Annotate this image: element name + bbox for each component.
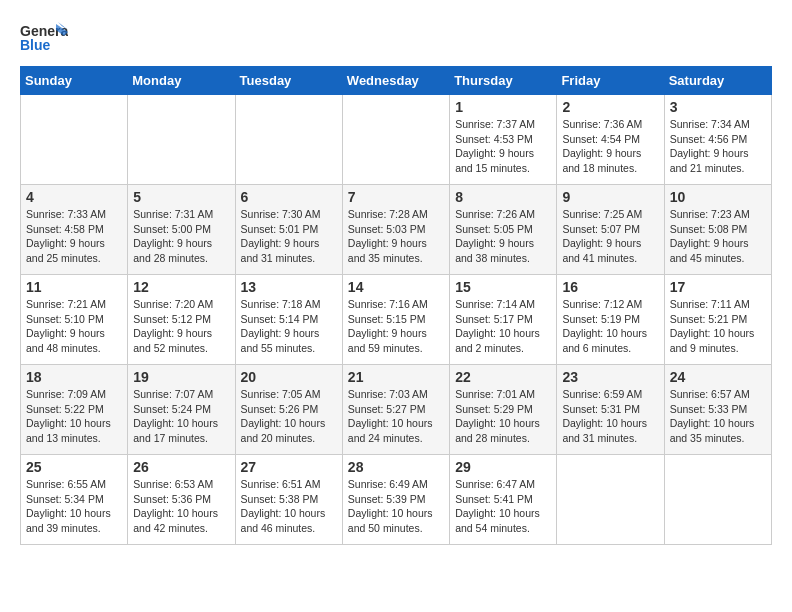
day-info: Sunrise: 6:51 AM Sunset: 5:38 PM Dayligh… <box>241 477 337 536</box>
calendar-cell: 1Sunrise: 7:37 AM Sunset: 4:53 PM Daylig… <box>450 95 557 185</box>
day-info: Sunrise: 7:16 AM Sunset: 5:15 PM Dayligh… <box>348 297 444 356</box>
calendar-cell: 22Sunrise: 7:01 AM Sunset: 5:29 PM Dayli… <box>450 365 557 455</box>
calendar-cell: 25Sunrise: 6:55 AM Sunset: 5:34 PM Dayli… <box>21 455 128 545</box>
day-info: Sunrise: 7:14 AM Sunset: 5:17 PM Dayligh… <box>455 297 551 356</box>
calendar-cell <box>342 95 449 185</box>
weekday-header-monday: Monday <box>128 67 235 95</box>
day-number: 4 <box>26 189 122 205</box>
day-info: Sunrise: 7:25 AM Sunset: 5:07 PM Dayligh… <box>562 207 658 266</box>
calendar-cell: 23Sunrise: 6:59 AM Sunset: 5:31 PM Dayli… <box>557 365 664 455</box>
day-info: Sunrise: 7:09 AM Sunset: 5:22 PM Dayligh… <box>26 387 122 446</box>
calendar-cell: 15Sunrise: 7:14 AM Sunset: 5:17 PM Dayli… <box>450 275 557 365</box>
calendar-cell: 27Sunrise: 6:51 AM Sunset: 5:38 PM Dayli… <box>235 455 342 545</box>
calendar-cell: 8Sunrise: 7:26 AM Sunset: 5:05 PM Daylig… <box>450 185 557 275</box>
calendar-cell: 2Sunrise: 7:36 AM Sunset: 4:54 PM Daylig… <box>557 95 664 185</box>
svg-text:Blue: Blue <box>20 37 51 53</box>
day-info: Sunrise: 7:18 AM Sunset: 5:14 PM Dayligh… <box>241 297 337 356</box>
day-number: 3 <box>670 99 766 115</box>
week-row-4: 18Sunrise: 7:09 AM Sunset: 5:22 PM Dayli… <box>21 365 772 455</box>
day-info: Sunrise: 7:03 AM Sunset: 5:27 PM Dayligh… <box>348 387 444 446</box>
calendar-cell: 6Sunrise: 7:30 AM Sunset: 5:01 PM Daylig… <box>235 185 342 275</box>
week-row-1: 1Sunrise: 7:37 AM Sunset: 4:53 PM Daylig… <box>21 95 772 185</box>
day-number: 25 <box>26 459 122 475</box>
logo: General Blue <box>20 20 68 56</box>
day-info: Sunrise: 7:11 AM Sunset: 5:21 PM Dayligh… <box>670 297 766 356</box>
day-info: Sunrise: 7:30 AM Sunset: 5:01 PM Dayligh… <box>241 207 337 266</box>
day-info: Sunrise: 6:47 AM Sunset: 5:41 PM Dayligh… <box>455 477 551 536</box>
header: General Blue <box>20 20 772 56</box>
day-number: 26 <box>133 459 229 475</box>
day-info: Sunrise: 7:20 AM Sunset: 5:12 PM Dayligh… <box>133 297 229 356</box>
day-number: 2 <box>562 99 658 115</box>
week-row-3: 11Sunrise: 7:21 AM Sunset: 5:10 PM Dayli… <box>21 275 772 365</box>
day-info: Sunrise: 7:26 AM Sunset: 5:05 PM Dayligh… <box>455 207 551 266</box>
day-number: 14 <box>348 279 444 295</box>
calendar-cell: 20Sunrise: 7:05 AM Sunset: 5:26 PM Dayli… <box>235 365 342 455</box>
day-number: 10 <box>670 189 766 205</box>
day-info: Sunrise: 7:31 AM Sunset: 5:00 PM Dayligh… <box>133 207 229 266</box>
day-number: 5 <box>133 189 229 205</box>
calendar-cell: 18Sunrise: 7:09 AM Sunset: 5:22 PM Dayli… <box>21 365 128 455</box>
day-number: 12 <box>133 279 229 295</box>
day-info: Sunrise: 7:23 AM Sunset: 5:08 PM Dayligh… <box>670 207 766 266</box>
calendar-cell: 11Sunrise: 7:21 AM Sunset: 5:10 PM Dayli… <box>21 275 128 365</box>
calendar-cell: 10Sunrise: 7:23 AM Sunset: 5:08 PM Dayli… <box>664 185 771 275</box>
day-info: Sunrise: 6:49 AM Sunset: 5:39 PM Dayligh… <box>348 477 444 536</box>
calendar-cell <box>664 455 771 545</box>
day-number: 8 <box>455 189 551 205</box>
weekday-header-row: SundayMondayTuesdayWednesdayThursdayFrid… <box>21 67 772 95</box>
calendar-cell <box>557 455 664 545</box>
day-info: Sunrise: 6:59 AM Sunset: 5:31 PM Dayligh… <box>562 387 658 446</box>
day-info: Sunrise: 7:37 AM Sunset: 4:53 PM Dayligh… <box>455 117 551 176</box>
day-number: 20 <box>241 369 337 385</box>
day-number: 23 <box>562 369 658 385</box>
day-number: 24 <box>670 369 766 385</box>
day-info: Sunrise: 7:01 AM Sunset: 5:29 PM Dayligh… <box>455 387 551 446</box>
day-info: Sunrise: 7:05 AM Sunset: 5:26 PM Dayligh… <box>241 387 337 446</box>
weekday-header-saturday: Saturday <box>664 67 771 95</box>
day-number: 21 <box>348 369 444 385</box>
calendar-cell: 12Sunrise: 7:20 AM Sunset: 5:12 PM Dayli… <box>128 275 235 365</box>
day-number: 11 <box>26 279 122 295</box>
calendar-cell: 3Sunrise: 7:34 AM Sunset: 4:56 PM Daylig… <box>664 95 771 185</box>
day-info: Sunrise: 6:57 AM Sunset: 5:33 PM Dayligh… <box>670 387 766 446</box>
day-number: 15 <box>455 279 551 295</box>
day-info: Sunrise: 7:34 AM Sunset: 4:56 PM Dayligh… <box>670 117 766 176</box>
calendar-cell <box>128 95 235 185</box>
day-number: 28 <box>348 459 444 475</box>
day-info: Sunrise: 7:28 AM Sunset: 5:03 PM Dayligh… <box>348 207 444 266</box>
calendar-cell: 14Sunrise: 7:16 AM Sunset: 5:15 PM Dayli… <box>342 275 449 365</box>
day-number: 9 <box>562 189 658 205</box>
day-info: Sunrise: 7:33 AM Sunset: 4:58 PM Dayligh… <box>26 207 122 266</box>
day-info: Sunrise: 7:21 AM Sunset: 5:10 PM Dayligh… <box>26 297 122 356</box>
day-number: 16 <box>562 279 658 295</box>
weekday-header-thursday: Thursday <box>450 67 557 95</box>
weekday-header-tuesday: Tuesday <box>235 67 342 95</box>
day-info: Sunrise: 7:36 AM Sunset: 4:54 PM Dayligh… <box>562 117 658 176</box>
day-number: 7 <box>348 189 444 205</box>
weekday-header-wednesday: Wednesday <box>342 67 449 95</box>
calendar-cell: 13Sunrise: 7:18 AM Sunset: 5:14 PM Dayli… <box>235 275 342 365</box>
day-info: Sunrise: 7:07 AM Sunset: 5:24 PM Dayligh… <box>133 387 229 446</box>
day-number: 13 <box>241 279 337 295</box>
day-number: 1 <box>455 99 551 115</box>
calendar-cell: 16Sunrise: 7:12 AM Sunset: 5:19 PM Dayli… <box>557 275 664 365</box>
calendar-cell: 7Sunrise: 7:28 AM Sunset: 5:03 PM Daylig… <box>342 185 449 275</box>
calendar-cell: 28Sunrise: 6:49 AM Sunset: 5:39 PM Dayli… <box>342 455 449 545</box>
calendar-table: SundayMondayTuesdayWednesdayThursdayFrid… <box>20 66 772 545</box>
day-number: 17 <box>670 279 766 295</box>
weekday-header-friday: Friday <box>557 67 664 95</box>
calendar-cell: 24Sunrise: 6:57 AM Sunset: 5:33 PM Dayli… <box>664 365 771 455</box>
day-info: Sunrise: 6:53 AM Sunset: 5:36 PM Dayligh… <box>133 477 229 536</box>
calendar-cell: 9Sunrise: 7:25 AM Sunset: 5:07 PM Daylig… <box>557 185 664 275</box>
calendar-cell: 19Sunrise: 7:07 AM Sunset: 5:24 PM Dayli… <box>128 365 235 455</box>
week-row-5: 25Sunrise: 6:55 AM Sunset: 5:34 PM Dayli… <box>21 455 772 545</box>
calendar-cell: 17Sunrise: 7:11 AM Sunset: 5:21 PM Dayli… <box>664 275 771 365</box>
week-row-2: 4Sunrise: 7:33 AM Sunset: 4:58 PM Daylig… <box>21 185 772 275</box>
day-number: 6 <box>241 189 337 205</box>
calendar-cell: 21Sunrise: 7:03 AM Sunset: 5:27 PM Dayli… <box>342 365 449 455</box>
day-info: Sunrise: 6:55 AM Sunset: 5:34 PM Dayligh… <box>26 477 122 536</box>
day-number: 18 <box>26 369 122 385</box>
calendar-cell: 26Sunrise: 6:53 AM Sunset: 5:36 PM Dayli… <box>128 455 235 545</box>
day-number: 22 <box>455 369 551 385</box>
